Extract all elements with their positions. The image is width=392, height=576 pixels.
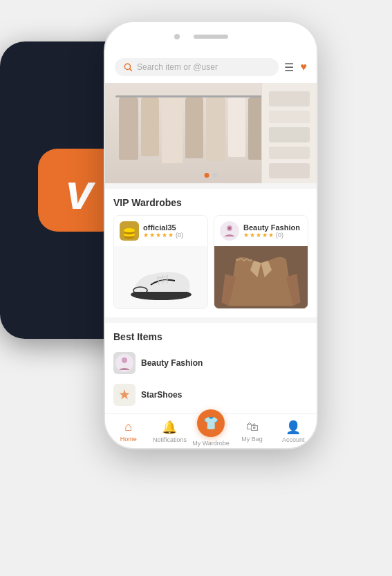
account-label: Account <box>282 436 305 443</box>
svg-line-1 <box>130 69 132 71</box>
best-items-title: Best Items <box>113 331 308 342</box>
nav-home[interactable]: ⌂ Home <box>108 420 149 443</box>
official35-avatar <box>120 221 139 241</box>
vip-product-jacket <box>214 246 308 308</box>
wardrobe-label: My Wardrobe <box>192 440 230 447</box>
hero-banner <box>105 83 317 183</box>
stars-1: ★ ★ ★ ★ ★ (0) <box>143 232 202 239</box>
star-2-2: ★ <box>250 232 255 239</box>
front-phone: Search item or @user ☰ ♥ <box>104 21 318 449</box>
vip-info-1: official35 ★ ★ ★ ★ ★ (0) <box>143 223 202 239</box>
list-icon[interactable]: ☰ <box>284 61 294 74</box>
search-actions: ☰ ♥ <box>284 61 308 74</box>
bag-label: My Bag <box>241 436 263 443</box>
star-1: ★ <box>143 232 149 239</box>
camera-dot <box>174 34 180 39</box>
nav-account[interactable]: 👤 Account <box>272 420 314 443</box>
dot-1 <box>205 173 209 178</box>
best-item-starshoes[interactable]: StarShoes <box>113 381 308 409</box>
shoe-svg <box>123 252 199 304</box>
svg-point-0 <box>124 64 130 69</box>
vip-product-shoe <box>114 246 207 308</box>
best-items-list: Beauty Fashion StarShoes <box>113 349 308 409</box>
app-logo: v <box>66 167 93 216</box>
beauty-fashion-avatar <box>220 221 239 241</box>
vip-name-1: official35 <box>143 223 202 232</box>
home-icon: ⌂ <box>124 420 132 434</box>
beauty-fashion-icon <box>221 223 238 239</box>
best-item-beauty-fashion[interactable]: Beauty Fashion <box>113 349 308 377</box>
vip-info-2: Beauty Fashion ★ ★ ★ ★ ★ (0) <box>243 223 302 239</box>
jacket-svg <box>214 246 308 308</box>
svg-point-7 <box>124 228 135 232</box>
rating-count-2: (0) <box>276 232 283 239</box>
speaker <box>194 35 228 39</box>
vip-name-2: Beauty Fashion <box>243 223 302 232</box>
notifications-label: Notifications <box>153 436 187 443</box>
star-shoes-best-avatar <box>113 384 136 406</box>
stars-2: ★ ★ ★ ★ ★ (0) <box>243 232 302 239</box>
closet-right <box>261 83 317 183</box>
home-label: Home <box>120 436 137 443</box>
star-2-3: ★ <box>256 232 261 239</box>
star-3: ★ <box>156 232 161 239</box>
clothing-rack <box>105 83 317 183</box>
search-bar: Search item or @user ☰ ♥ <box>105 51 317 83</box>
banner-dots <box>205 173 218 178</box>
star-5: ★ <box>168 232 174 239</box>
coins-icon <box>122 225 137 241</box>
star-shoes-icon <box>115 385 134 405</box>
fashion-avatar-icon <box>115 353 134 373</box>
bag-icon: 🛍 <box>246 420 259 434</box>
star-2-5: ★ <box>268 232 274 239</box>
best-items-section: Best Items Beauty Fashion <box>105 323 317 414</box>
phone-screen: Search item or @user ☰ ♥ <box>105 51 317 414</box>
vip-card-official35[interactable]: official35 ★ ★ ★ ★ ★ (0) <box>113 215 208 309</box>
vip-card-header-1: official35 ★ ★ ★ ★ ★ (0) <box>114 216 207 246</box>
account-icon: 👤 <box>286 420 301 435</box>
vip-grid: official35 ★ ★ ★ ★ ★ (0) <box>113 215 308 309</box>
vip-card-beauty-fashion[interactable]: Beauty Fashion ★ ★ ★ ★ ★ (0) <box>214 215 308 309</box>
star-2-4: ★ <box>262 232 268 239</box>
svg-point-19 <box>122 357 127 363</box>
vip-wardrobes-section: VIP Wardrobes <box>105 189 317 317</box>
wardrobe-center-icon: 👕 <box>203 416 218 431</box>
nav-notifications[interactable]: 🔔 Notifications <box>149 420 191 443</box>
star-2-1: ★ <box>243 232 249 239</box>
nav-bag[interactable]: 🛍 My Bag <box>232 420 273 443</box>
wardrobe-center-btn[interactable]: 👕 <box>197 409 225 437</box>
beauty-fashion-best-avatar <box>113 352 136 374</box>
heart-icon[interactable]: ♥ <box>301 61 308 73</box>
search-icon <box>123 62 133 72</box>
rating-count-1: (0) <box>176 232 183 239</box>
best-item-name-1: Beauty Fashion <box>141 358 203 368</box>
svg-point-16 <box>228 227 231 230</box>
dot-2 <box>213 173 218 178</box>
star-2: ★ <box>149 232 155 239</box>
bottom-nav: ⌂ Home 🔔 Notifications 👕 My Wardrobe 🛍 M… <box>105 414 317 448</box>
nav-wardrobe-center[interactable]: 👕 My Wardrobe <box>190 416 232 447</box>
phone-top-bar <box>105 22 317 51</box>
search-input-area[interactable]: Search item or @user <box>115 58 279 76</box>
notifications-icon: 🔔 <box>162 420 177 435</box>
search-placeholder: Search item or @user <box>137 62 218 72</box>
best-item-name-2: StarShoes <box>141 390 182 400</box>
vip-wardrobes-title: VIP Wardrobes <box>113 197 308 208</box>
vip-card-header-2: Beauty Fashion ★ ★ ★ ★ ★ (0) <box>214 216 308 246</box>
star-4: ★ <box>162 232 167 239</box>
